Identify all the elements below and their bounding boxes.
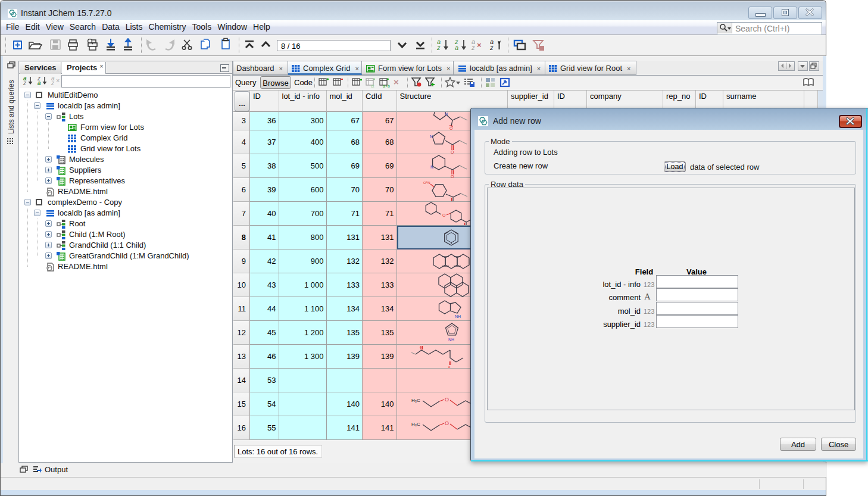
svg-text:ct: ct [371,84,374,88]
svg-text:N: N [430,135,433,139]
svg-text:H₃C: H₃C [411,398,420,403]
svg-text:H₃C: H₃C [411,422,420,427]
svg-text:O: O [451,150,454,154]
svg-text:NH: NH [448,338,454,342]
svg-text:O⁵N: O⁵N [423,181,430,185]
svg-text:O: O [442,213,446,217]
svg-text:O: O [445,397,449,403]
svg-text:O: O [445,420,449,426]
svg-text:O: O [449,126,453,130]
svg-text:a+b: a+b [383,84,390,88]
svg-text:NH: NH [455,314,461,319]
svg-text:o: o [420,345,422,349]
svg-text:N: N [430,165,433,169]
